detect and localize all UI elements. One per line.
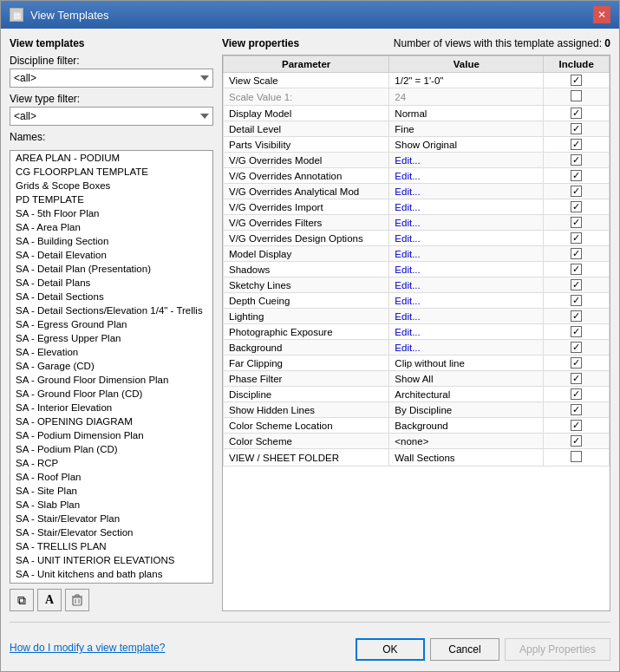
names-list-item[interactable]: SA - Detail Sections <box>10 290 212 303</box>
value-cell[interactable]: Edit... <box>389 168 544 184</box>
table-row[interactable]: V/G Overrides AnnotationEdit... <box>224 168 610 184</box>
value-cell[interactable]: Edit... <box>389 199 544 215</box>
table-row[interactable]: Color Scheme<none> <box>224 434 610 449</box>
include-checkbox[interactable] <box>571 357 582 369</box>
include-checkbox[interactable] <box>571 295 582 306</box>
include-checkbox[interactable] <box>571 201 582 212</box>
table-row[interactable]: Show Hidden LinesBy Discipline <box>224 402 610 418</box>
cancel-button[interactable]: Cancel <box>430 638 499 661</box>
include-cell[interactable] <box>544 434 610 449</box>
include-checkbox[interactable] <box>571 420 582 431</box>
apply-properties-button[interactable]: Apply Properties <box>505 638 610 661</box>
close-button[interactable]: ✕ <box>593 6 610 23</box>
names-list-item[interactable]: PD TEMPLATE <box>10 192 212 206</box>
table-row[interactable]: V/G Overrides Analytical ModEdit... <box>224 184 610 199</box>
include-cell[interactable] <box>544 73 610 88</box>
include-checkbox[interactable] <box>571 186 582 197</box>
table-row[interactable]: BackgroundEdit... <box>224 340 610 356</box>
names-list-item[interactable]: SA - Slab Plan <box>10 498 212 512</box>
include-cell[interactable] <box>544 88 610 106</box>
names-list-item[interactable]: SA - TRELLIS PLAN <box>10 539 212 553</box>
names-list-item[interactable]: SA - Detail Sections/Elevation 1/4" - Tr… <box>10 303 212 317</box>
include-cell[interactable] <box>544 231 610 246</box>
include-cell[interactable] <box>544 387 610 402</box>
names-list-item[interactable]: SA - OPENING DIAGRAM <box>10 414 212 428</box>
names-list-item[interactable]: SA - Building Section <box>10 234 212 248</box>
names-list-item[interactable]: SA - Detail Elevation <box>10 248 212 262</box>
include-checkbox[interactable] <box>571 264 582 275</box>
view-type-filter-dropdown[interactable]: <all> Floor Plan Elevation Section <box>10 107 213 126</box>
names-list[interactable]: AREA PLAN - PODIUMCG FLOORPLAN TEMPLATEG… <box>10 150 213 584</box>
table-row[interactable]: V/G Overrides FiltersEdit... <box>224 215 610 231</box>
names-list-item[interactable]: SA - Site Plan <box>10 484 212 498</box>
value-cell[interactable]: Edit... <box>389 231 544 246</box>
names-list-item[interactable]: SA - Roof Plan <box>10 470 212 484</box>
names-list-item[interactable]: SA - Ground Floor Dimension Plan <box>10 373 212 387</box>
names-list-item[interactable]: SA - Egress Ground Plan <box>10 317 212 331</box>
include-checkbox[interactable] <box>571 75 582 86</box>
table-row[interactable]: Color Scheme LocationBackground <box>224 418 610 434</box>
ok-button[interactable]: OK <box>356 638 425 661</box>
include-checkbox[interactable] <box>571 123 582 134</box>
names-list-item[interactable]: SA - Stair/Elevator Plan <box>10 512 212 525</box>
table-row[interactable]: Far ClippingClip without line <box>224 356 610 371</box>
rename-button[interactable]: A <box>37 589 62 611</box>
table-row[interactable]: Parts VisibilityShow Original <box>224 137 610 153</box>
table-row[interactable]: Scale Value 1:24 <box>224 88 610 106</box>
include-cell[interactable] <box>544 106 610 121</box>
table-row[interactable]: Display ModelNormal <box>224 106 610 121</box>
table-row[interactable]: Detail LevelFine <box>224 121 610 137</box>
names-list-item[interactable]: SA - Garage (CD) <box>10 359 212 373</box>
value-cell[interactable]: Edit... <box>389 293 544 309</box>
table-row[interactable]: Depth CueingEdit... <box>224 293 610 309</box>
names-list-item[interactable]: Grids & Scope Boxes <box>10 179 212 192</box>
names-list-item[interactable]: SA - Stair/Elevator Section <box>10 525 212 539</box>
include-checkbox[interactable] <box>571 451 582 462</box>
include-cell[interactable] <box>544 184 610 199</box>
include-cell[interactable] <box>544 309 610 324</box>
include-cell[interactable] <box>544 418 610 434</box>
include-cell[interactable] <box>544 293 610 309</box>
include-checkbox[interactable] <box>571 108 582 119</box>
include-cell[interactable] <box>544 262 610 277</box>
table-row[interactable]: View Scale1/2" = 1'-0" <box>224 73 610 88</box>
table-row[interactable]: V/G Overrides ImportEdit... <box>224 199 610 215</box>
include-cell[interactable] <box>544 246 610 262</box>
include-checkbox[interactable] <box>571 170 582 181</box>
table-row[interactable]: Sketchy LinesEdit... <box>224 277 610 293</box>
include-checkbox[interactable] <box>571 232 582 244</box>
include-cell[interactable] <box>544 340 610 356</box>
include-cell[interactable] <box>544 371 610 387</box>
delete-button[interactable] <box>65 589 89 611</box>
names-list-item[interactable]: SA - Egress Upper Plan <box>10 331 212 345</box>
include-cell[interactable] <box>544 324 610 340</box>
include-checkbox[interactable] <box>571 342 582 353</box>
value-cell[interactable]: Edit... <box>389 309 544 324</box>
names-list-item[interactable]: SA - Elevation <box>10 345 212 359</box>
value-cell[interactable]: Edit... <box>389 184 544 199</box>
names-list-item[interactable]: CG FLOORPLAN TEMPLATE <box>10 165 212 179</box>
names-list-item[interactable]: SA - Podium Plan (CD) <box>10 442 212 456</box>
include-checkbox[interactable] <box>571 373 582 384</box>
duplicate-button[interactable]: ⧉ <box>10 589 34 611</box>
table-row[interactable]: V/G Overrides Design OptionsEdit... <box>224 231 610 246</box>
include-checkbox[interactable] <box>571 90 582 101</box>
include-cell[interactable] <box>544 215 610 231</box>
include-checkbox[interactable] <box>571 139 582 150</box>
value-cell[interactable]: Edit... <box>389 246 544 262</box>
include-cell[interactable] <box>544 168 610 184</box>
value-cell[interactable]: Edit... <box>389 277 544 293</box>
table-row[interactable]: DisciplineArchitectural <box>224 387 610 402</box>
names-list-item[interactable]: SA - UNIT INTERIOR ELEVATIONS <box>10 553 212 567</box>
include-cell[interactable] <box>544 153 610 168</box>
names-list-item[interactable]: AREA PLAN - PODIUM <box>10 151 212 165</box>
names-list-item[interactable]: SA - 5th Floor Plan <box>10 206 212 220</box>
table-row[interactable]: ShadowsEdit... <box>224 262 610 277</box>
include-cell[interactable] <box>544 356 610 371</box>
include-cell[interactable] <box>544 121 610 137</box>
table-row[interactable]: V/G Overrides ModelEdit... <box>224 153 610 168</box>
include-checkbox[interactable] <box>571 248 582 259</box>
names-list-item[interactable]: SA - Detail Plan (Presentation) <box>10 262 212 276</box>
include-checkbox[interactable] <box>571 404 582 415</box>
names-list-item[interactable]: SA - Area Plan <box>10 220 212 234</box>
